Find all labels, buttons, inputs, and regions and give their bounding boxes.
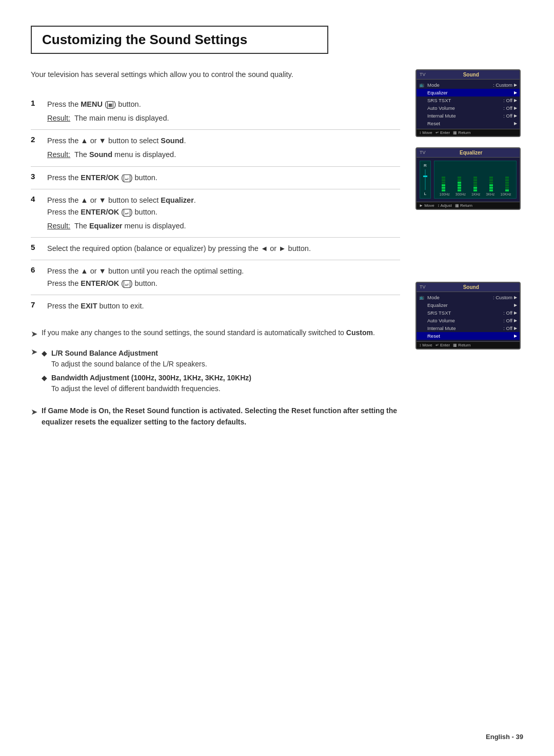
- tv1-title: Sound: [463, 72, 479, 77]
- tv1-val-4: : Off: [503, 113, 512, 119]
- tv3-label-3: Auto Volume: [427, 318, 503, 323]
- step-3: 3 Press the ENTER/OK (↵) button.: [31, 167, 400, 189]
- step-7-bold: EXIT: [81, 302, 97, 310]
- step-4-bold1: Equalizer: [161, 196, 193, 204]
- tv2-body: R L: [417, 158, 520, 202]
- step-6-content: Press the ▲ or ▼ button until you reach …: [47, 265, 244, 289]
- sub-note-1: ◆ L/R Sound Balance Adjustment To adjust…: [42, 348, 251, 370]
- warning-bold: If Game Mode is On, the Reset Sound func…: [42, 406, 397, 426]
- step-3-content: Press the ENTER/OK (↵) button.: [47, 172, 157, 184]
- step-7-content: Press the EXIT button to exit.: [47, 300, 144, 312]
- step-2-result: Result: The Sound menu is displayed.: [47, 149, 186, 161]
- tv1-arrow-5: ▶: [514, 121, 517, 126]
- tv3-row-5: Reset ▶: [417, 332, 520, 340]
- step-4-result-bold: Equalizer: [89, 222, 122, 230]
- tv3-val-3: : Off: [503, 318, 512, 323]
- tip-arrow-1: ➤: [31, 328, 37, 340]
- step-4-result: Result: The Equalizer menu is displayed.: [47, 220, 196, 232]
- freq-10k: 10KHz: [500, 192, 511, 196]
- tv1-arrow-1: ▶: [514, 90, 517, 95]
- step-6-number: 6: [31, 265, 41, 274]
- tv1-arrow-4: ▶: [514, 113, 517, 118]
- tv1-label-5: Reset: [427, 121, 512, 126]
- tv1-label-4: Internal Mute: [427, 113, 503, 119]
- step-7: 7 Press the EXIT button to exit.: [31, 295, 400, 317]
- tv1-row-1: Equalizer ▶: [417, 89, 520, 96]
- tv2-title: Equalizer: [460, 150, 482, 156]
- tv3-label-5: Reset: [427, 333, 512, 339]
- intro-text: Your television has several settings whi…: [31, 69, 400, 81]
- eq-lr-handle: [423, 176, 427, 177]
- step-1-content: Press the MENU (▦) button. Result: The m…: [47, 99, 169, 124]
- page-number: English - 39: [486, 733, 523, 741]
- tv3-arrow-0: ▶: [514, 295, 517, 300]
- tv2-footer-move: ► Move: [419, 203, 434, 208]
- tv3-footer-return: ▦ Return: [453, 343, 470, 347]
- enter-icon-3: ↵: [124, 175, 130, 182]
- eq-bars: [437, 163, 514, 191]
- note-bullets-content: ◆ L/R Sound Balance Adjustment To adjust…: [42, 345, 251, 397]
- step-2-number: 2: [31, 135, 41, 144]
- tv1-body: 📺 Mode : Custom ▶ Equalizer ▶ SRS TSXT: [417, 80, 520, 129]
- tv3-arrow-2: ▶: [514, 311, 517, 315]
- title-box: Customizing the Sound Settings: [31, 26, 328, 54]
- tv1-footer: ↕ Move ↵ Enter ▦ Return: [417, 129, 520, 136]
- tv1-label-2: SRS TSXT: [427, 98, 503, 103]
- tv1-row-2: SRS TSXT : Off ▶: [417, 96, 520, 104]
- tv-screen-3: TV Sound 📺 Mode : Custom ▶ Equalizer: [416, 282, 521, 350]
- step-2-bold: Sound: [161, 137, 184, 145]
- tv3-row-1: Equalizer ▶: [417, 301, 520, 309]
- tv1-label: TV: [420, 72, 426, 77]
- sub-note-1-text: L/R Sound Balance Adjustment To adjust t…: [51, 348, 207, 370]
- tv3-label-0: Mode: [427, 295, 493, 300]
- tv1-row-4: Internal Mute : Off ▶: [417, 112, 520, 120]
- notes-section: ➤ If you make any changes to the sound s…: [31, 327, 400, 428]
- page-title: Customizing the Sound Settings: [42, 32, 317, 48]
- tv1-footer-move: ↕ Move: [419, 130, 432, 135]
- freq-3k: 3KHz: [486, 192, 494, 196]
- diamond-2: ◆: [42, 373, 47, 383]
- step-1-bold: MENU: [81, 100, 103, 108]
- note-1-bold: Custom: [346, 328, 373, 337]
- warning-content: If Game Mode is On, the Reset Sound func…: [42, 405, 400, 428]
- step-4-number: 4: [31, 195, 41, 203]
- page-footer: English - 39: [486, 733, 523, 741]
- tv3-row-2: SRS TSXT : Off ▶: [417, 309, 520, 317]
- tv3-body: 📺 Mode : Custom ▶ Equalizer ▶ SRS TSXT: [417, 292, 520, 341]
- warning-note: ➤ If Game Mode is On, the Reset Sound fu…: [31, 405, 400, 428]
- step-6-bold: ENTER/OK: [81, 279, 119, 287]
- step-5-number: 5: [31, 243, 41, 251]
- diamond-1: ◆: [42, 348, 47, 359]
- eq-lr-slider: R L: [420, 161, 431, 199]
- tv3-arrow-3: ▶: [514, 318, 517, 323]
- tv2-label: TV: [420, 150, 426, 156]
- step-2-result-bold: Sound: [89, 150, 112, 159]
- eq-bar-3: [473, 177, 477, 191]
- note-bullet-group: ➤ ◆ L/R Sound Balance Adjustment To adju…: [31, 345, 400, 397]
- tv1-label-0: Mode: [427, 82, 493, 88]
- eq-l-label: L: [424, 191, 426, 196]
- note-1: ➤ If you make any changes to the sound s…: [31, 327, 400, 340]
- tv3-footer: ↕ Move ↵ Enter ▦ Return: [417, 341, 520, 348]
- step-4-content: Press the ▲ or ▼ button to select Equali…: [47, 195, 196, 232]
- step-1-number: 1: [31, 99, 41, 107]
- tv3-footer-move: ↕ Move: [419, 343, 432, 347]
- eq-bar-2: [458, 177, 461, 191]
- eq-bar-5: [505, 177, 509, 191]
- tv3-label-4: Internal Mute: [427, 325, 503, 331]
- tv1-val-0: : Custom: [493, 82, 512, 88]
- step-5: 5 Select the required option (balance or…: [31, 238, 400, 260]
- tv3-row-0: 📺 Mode : Custom ▶: [417, 294, 520, 301]
- steps-list: 1 Press the MENU (▦) button. Result: The…: [31, 93, 400, 317]
- sub-note-2-text: Bandwidth Adjustment (100Hz, 300Hz, 1KHz…: [51, 373, 251, 394]
- warning-arrow: ➤: [31, 405, 37, 419]
- tv2-footer-return: ▦ Return: [455, 203, 472, 208]
- tv1-arrow-2: ▶: [514, 98, 517, 103]
- result-label-4: Result:: [47, 222, 70, 230]
- tip-arrow-2: ➤: [31, 346, 37, 358]
- eq-lr-track: [425, 169, 426, 190]
- tv1-arrow-0: ▶: [514, 83, 517, 87]
- enter-icon-6: ↵: [124, 280, 130, 288]
- tv1-val-3: : Off: [503, 105, 512, 111]
- tv1-label-1: Equalizer: [427, 90, 512, 95]
